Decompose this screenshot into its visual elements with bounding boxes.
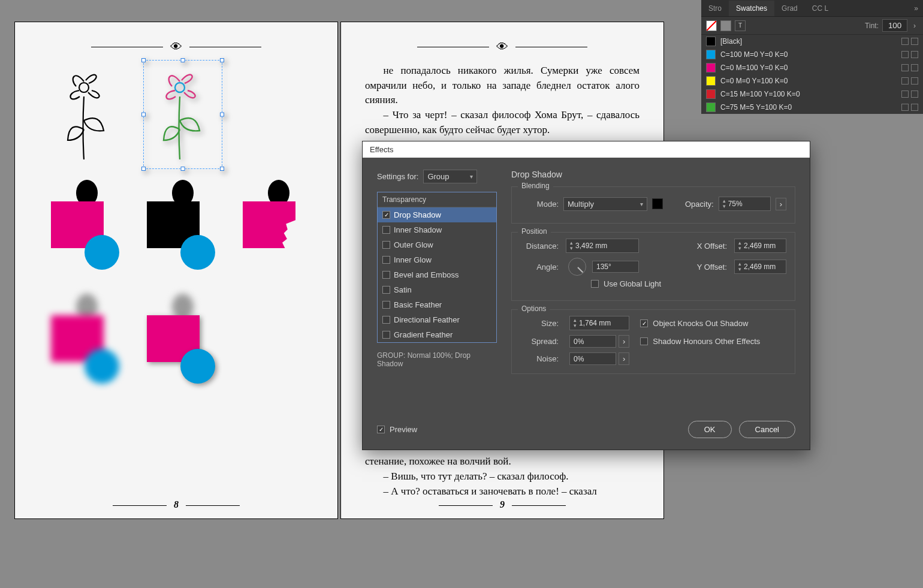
checkbox[interactable] bbox=[382, 241, 390, 249]
opacity-label: Opacity: bbox=[685, 200, 714, 209]
opacity-slider-icon[interactable]: › bbox=[776, 198, 786, 210]
checkbox[interactable] bbox=[382, 271, 390, 279]
cancel-button[interactable]: Cancel bbox=[739, 421, 795, 438]
fill-stroke-icon[interactable] bbox=[706, 20, 717, 31]
blending-fieldset: Blending Mode: Multiply Opacity: ▴▾ › bbox=[511, 186, 795, 224]
shape-group-1[interactable] bbox=[51, 180, 117, 270]
checkbox[interactable] bbox=[382, 286, 390, 294]
angle-input[interactable] bbox=[592, 261, 639, 273]
swatch-row[interactable]: C=0 M=0 Y=100 K=0 bbox=[701, 74, 923, 88]
group-status-text: GROUP: Normal 100%; Drop Shadow bbox=[377, 351, 497, 368]
size-label: Size: bbox=[520, 319, 559, 328]
ok-button[interactable]: OK bbox=[688, 421, 732, 438]
effect-basic-feather[interactable]: Basic Feather bbox=[378, 297, 496, 312]
xoffset-label: X Offset: bbox=[697, 242, 727, 251]
knocks-out-checkbox[interactable] bbox=[640, 319, 648, 327]
lock-icon bbox=[901, 38, 909, 45]
tint-arrow-icon[interactable]: › bbox=[911, 22, 918, 30]
effect-panel-title: Drop Shadow bbox=[511, 170, 795, 179]
noise-input[interactable] bbox=[569, 352, 616, 365]
page-number-right: 9 bbox=[432, 499, 573, 510]
object-swatch-icon[interactable] bbox=[720, 20, 731, 31]
noise-slider-icon[interactable]: › bbox=[619, 352, 629, 365]
effect-inner-glow[interactable]: Inner Glow bbox=[378, 252, 496, 267]
effects-list-header[interactable]: Transparency bbox=[378, 192, 496, 207]
swatches-panel: Stro Swatches Grad CC L » T Tint: › [Bla… bbox=[701, 0, 923, 114]
shadow-color-chip[interactable] bbox=[652, 198, 663, 209]
shape-group-3[interactable] bbox=[243, 180, 309, 270]
spread-label: Spread: bbox=[520, 337, 559, 346]
shape-group-5-shadow[interactable] bbox=[147, 294, 213, 384]
eye-icon: 👁 bbox=[170, 40, 182, 54]
effect-gradient-feather[interactable]: Gradient Feather bbox=[378, 327, 496, 342]
global-light-label: Use Global Light bbox=[604, 279, 661, 288]
effect-drop-shadow[interactable]: Drop Shadow bbox=[378, 207, 496, 222]
angle-dial[interactable] bbox=[568, 258, 586, 276]
distance-input[interactable]: ▴▾ bbox=[566, 239, 639, 253]
blend-mode-dropdown[interactable]: Multiply bbox=[563, 197, 647, 211]
swatch-row[interactable]: C=0 M=100 Y=0 K=0 bbox=[701, 61, 923, 74]
tab-stroke[interactable]: Stro bbox=[701, 1, 729, 16]
page-ornament: 👁 bbox=[365, 40, 640, 54]
page-ornament: 👁 bbox=[39, 40, 313, 54]
tint-label: Tint: bbox=[865, 22, 879, 30]
opacity-input[interactable]: ▴▾ bbox=[719, 197, 771, 211]
effects-dialog: Effects Settings for: Group Transparency… bbox=[362, 141, 810, 450]
size-input[interactable]: ▴▾ bbox=[569, 316, 629, 330]
settings-for-dropdown[interactable]: Group bbox=[423, 170, 477, 183]
angle-label: Angle: bbox=[520, 263, 559, 272]
effects-list: Transparency Drop Shadow Inner Shadow Ou… bbox=[377, 192, 497, 343]
flower-color-selected[interactable] bbox=[147, 64, 219, 165]
panel-expand-icon[interactable]: » bbox=[909, 1, 923, 16]
checkbox[interactable] bbox=[382, 301, 390, 309]
left-page[interactable]: 👁 bbox=[14, 22, 338, 519]
swatch-row[interactable]: C=100 M=0 Y=0 K=0 bbox=[701, 48, 923, 61]
position-fieldset: Position Distance: ▴▾ X Offset: ▴▾ Angle… bbox=[511, 232, 795, 301]
checkbox[interactable] bbox=[382, 226, 390, 234]
effect-satin[interactable]: Satin bbox=[378, 282, 496, 297]
shape-group-2[interactable] bbox=[147, 180, 213, 270]
global-light-checkbox[interactable] bbox=[591, 280, 599, 288]
settings-for-label: Settings for: bbox=[377, 172, 418, 181]
yoffset-label: Y Offset: bbox=[697, 263, 727, 272]
effect-directional-feather[interactable]: Directional Feather bbox=[378, 312, 496, 327]
tab-swatches[interactable]: Swatches bbox=[729, 1, 774, 16]
flower-outline[interactable] bbox=[51, 64, 123, 165]
svg-point-1 bbox=[175, 83, 185, 92]
yoffset-input[interactable]: ▴▾ bbox=[734, 260, 786, 274]
preview-checkbox[interactable] bbox=[377, 426, 385, 433]
checkbox[interactable] bbox=[382, 331, 390, 339]
dialog-title: Effects bbox=[363, 141, 810, 158]
tint-input[interactable] bbox=[882, 19, 907, 32]
effect-bevel-emboss[interactable]: Bevel and Emboss bbox=[378, 267, 496, 282]
svg-point-0 bbox=[79, 83, 89, 92]
page-number-left: 8 bbox=[105, 499, 247, 510]
noise-label: Noise: bbox=[520, 354, 559, 363]
honours-label: Shadow Honours Other Effects bbox=[653, 337, 760, 346]
panel-tab-bar: Stro Swatches Grad CC L » bbox=[701, 0, 923, 17]
options-fieldset: Options Size: ▴▾ Object Knocks Out Shado… bbox=[511, 309, 795, 374]
effect-inner-shadow[interactable]: Inner Shadow bbox=[378, 222, 496, 237]
swatch-row[interactable]: C=75 M=5 Y=100 K=0 bbox=[701, 101, 923, 114]
checkbox[interactable] bbox=[382, 316, 390, 324]
xoffset-input[interactable]: ▴▾ bbox=[734, 239, 786, 253]
checkbox[interactable] bbox=[382, 211, 390, 219]
tab-gradient[interactable]: Grad bbox=[774, 1, 805, 16]
mode-label: Mode: bbox=[520, 200, 559, 209]
swatches-header: T Tint: › bbox=[701, 17, 923, 35]
knocks-out-label: Object Knocks Out Shadow bbox=[653, 319, 748, 328]
swatch-list: [Black] C=100 M=0 Y=0 K=0 C=0 M=100 Y=0 … bbox=[701, 35, 923, 114]
honours-checkbox[interactable] bbox=[640, 337, 648, 345]
text-swatch-icon[interactable]: T bbox=[735, 20, 746, 31]
preview-label: Preview bbox=[390, 425, 417, 434]
distance-label: Distance: bbox=[520, 242, 559, 251]
swatch-row[interactable]: [Black] bbox=[701, 35, 923, 48]
spread-slider-icon[interactable]: › bbox=[619, 335, 629, 348]
swatch-row[interactable]: C=15 M=100 Y=100 K=0 bbox=[701, 88, 923, 101]
checkbox[interactable] bbox=[382, 256, 390, 264]
eye-icon: 👁 bbox=[496, 40, 508, 54]
tab-cc-libraries[interactable]: CC L bbox=[805, 1, 835, 16]
effect-outer-glow[interactable]: Outer Glow bbox=[378, 237, 496, 252]
spread-input[interactable] bbox=[569, 335, 616, 348]
shape-group-4-blur[interactable] bbox=[51, 294, 117, 384]
